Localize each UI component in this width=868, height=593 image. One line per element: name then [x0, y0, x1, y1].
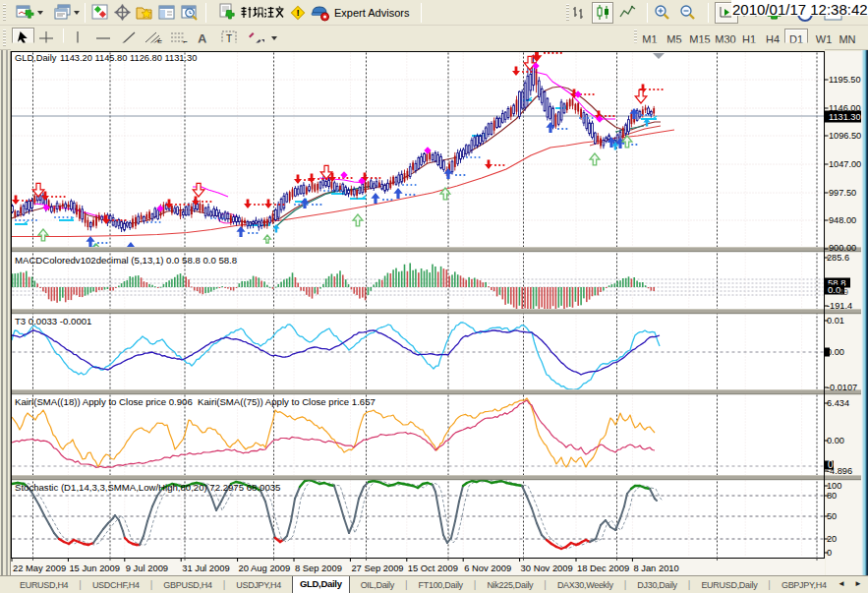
svg-text:-191.4: -191.4: [827, 301, 852, 311]
svg-text:1195.50: 1195.50: [829, 75, 861, 85]
svg-text:8 Sep 2009: 8 Sep 2009: [295, 563, 342, 573]
svg-text:50: 50: [827, 511, 837, 521]
svg-text:30 Nov 2009: 30 Nov 2009: [521, 563, 573, 573]
svg-text:948.00: 948.00: [829, 215, 856, 225]
svg-text:Kairi(SMA((18)) Apply to Close: Kairi(SMA((18)) Apply to Close price 0.9…: [15, 396, 376, 407]
svg-text:1143.20 1145.80 1126.80 1131.3: 1143.20 1145.80 1126.80 1131.30: [60, 53, 197, 63]
svg-text:20: 20: [827, 534, 837, 544]
svg-text:15 Oct 2009: 15 Oct 2009: [408, 563, 458, 573]
svg-text:100: 100: [827, 481, 841, 491]
svg-text:1096.50: 1096.50: [829, 131, 861, 141]
svg-text:6 Nov 2009: 6 Nov 2009: [464, 563, 511, 573]
svg-text:9 Jul 2009: 9 Jul 2009: [126, 563, 168, 573]
svg-text:1131.30: 1131.30: [829, 112, 861, 122]
svg-text:997.50: 997.50: [829, 188, 856, 198]
svg-text:MACDColoredv102decimal (5,13,1: MACDColoredv102decimal (5,13,1) 0.0 58.8…: [15, 255, 237, 266]
svg-text:15 Jun 2009: 15 Jun 2009: [69, 563, 120, 573]
svg-text:900.00: 900.00: [829, 243, 856, 253]
svg-text:T3 0.0033 -0.0001: T3 0.0033 -0.0001: [15, 316, 91, 326]
svg-text:27 Sep 2009: 27 Sep 2009: [351, 563, 403, 573]
svg-text:Stochastic (D1,14,3,3,SMMA,Low: Stochastic (D1,14,3,3,SMMA,Low/High,80,2…: [15, 482, 280, 493]
svg-text:0.00: 0.00: [827, 436, 844, 445]
svg-text:6.434: 6.434: [827, 398, 849, 408]
svg-text:80: 80: [827, 491, 837, 501]
svg-text:GLD,Daily: GLD,Daily: [15, 53, 57, 63]
svg-text:22 May 2009: 22 May 2009: [13, 563, 66, 573]
svg-text:0: 0: [828, 459, 834, 470]
svg-text:285.6: 285.6: [827, 253, 849, 263]
svg-text:-49: -49: [836, 287, 848, 297]
svg-text:20 Aug 2009: 20 Aug 2009: [239, 563, 291, 573]
svg-text:8 Jan 2010: 8 Jan 2010: [633, 563, 678, 573]
svg-text:0.01: 0.01: [827, 316, 844, 326]
svg-text:31 Jul 2009: 31 Jul 2009: [182, 563, 229, 573]
svg-text:18 Dec 2009: 18 Dec 2009: [577, 563, 629, 573]
svg-text:1047.00: 1047.00: [829, 159, 861, 169]
svg-text:-0.0107: -0.0107: [827, 383, 857, 392]
svg-text:0: 0: [827, 548, 832, 558]
